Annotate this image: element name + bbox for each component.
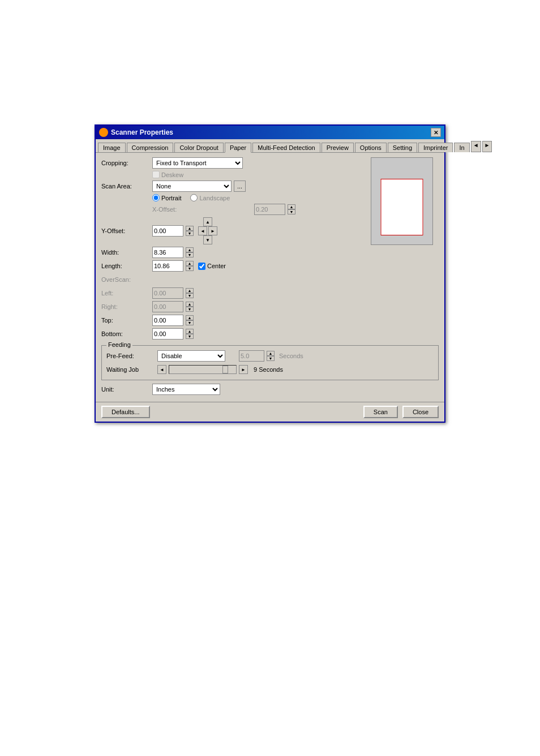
length-row: Length: ▲ ▼ Center [101, 260, 439, 272]
bottom-spin-down[interactable]: ▼ [186, 334, 194, 339]
tab-multifeed[interactable]: Multi-Feed Detection [252, 143, 320, 152]
scan-area-dots-button[interactable]: ... [234, 181, 246, 192]
bottom-label: Bottom: [101, 330, 152, 337]
slider-thumb[interactable] [222, 366, 228, 373]
tab-compression[interactable]: Compression [127, 143, 174, 152]
tab-color-dropout[interactable]: Color Dropout [174, 143, 223, 152]
tab-nav-right[interactable]: ► [482, 141, 492, 152]
center-checkbox[interactable] [198, 263, 205, 270]
length-spin-up[interactable]: ▲ [186, 261, 194, 266]
y-offset-spinner: ▲ ▼ [186, 226, 194, 236]
width-row: Width: ▲ ▼ [101, 247, 439, 258]
preview-inner [381, 179, 423, 235]
preview-area [371, 157, 433, 245]
overscan-label: OverScan: [101, 276, 152, 283]
left-input-group: ▲ ▼ [152, 287, 194, 299]
tab-options[interactable]: Options [355, 143, 387, 152]
prefeed-seconds-input [239, 350, 264, 362]
x-offset-input-group: ▲ ▼ [254, 204, 295, 215]
length-input[interactable] [152, 260, 183, 272]
tab-nav-left[interactable]: ◄ [471, 141, 481, 152]
scan-area-select[interactable]: None [152, 181, 232, 192]
top-spin-down[interactable]: ▼ [186, 320, 194, 325]
defaults-button[interactable]: Defaults... [101, 406, 150, 418]
bottom-spin-up[interactable]: ▲ [186, 329, 194, 334]
top-spin-up[interactable]: ▲ [186, 315, 194, 320]
tab-in[interactable]: In [454, 143, 469, 152]
deskew-label: Deskew [161, 171, 183, 178]
prefeed-select[interactable]: Disable [157, 350, 225, 362]
pos-right-btn[interactable]: ► [208, 226, 217, 235]
landscape-radio-item: Landscape [190, 194, 230, 201]
prefeed-spin-up: ▲ [267, 351, 275, 356]
unit-select[interactable]: Inches [152, 384, 220, 395]
tab-imprinter[interactable]: Imprinter [418, 143, 453, 152]
prefeed-input-group: Disable ▲ ▼ Seconds [157, 350, 303, 362]
right-row: Right: ▲ ▼ [101, 301, 439, 312]
x-offset-input-wrapper: ▲ ▼ [254, 204, 295, 215]
tab-paper[interactable]: Paper [225, 143, 251, 153]
cropping-select[interactable]: Fixed to Transport [152, 157, 243, 169]
close-button[interactable]: Close [402, 406, 439, 418]
portrait-label: Portrait [161, 195, 181, 201]
left-spinner: ▲ ▼ [186, 288, 194, 298]
pos-down-btn[interactable]: ▼ [203, 235, 212, 244]
bottom-bar: Defaults... Scan Close [96, 402, 444, 422]
pos-up-btn[interactable]: ▲ [203, 217, 212, 226]
landscape-radio[interactable] [190, 194, 198, 201]
pos-lr-row: ◄ ► [198, 226, 217, 235]
right-label: Right: [101, 303, 152, 310]
tab-image[interactable]: Image [98, 143, 126, 152]
deskew-checkbox-item: Deskew [152, 171, 183, 178]
x-offset-label: X-Offset: [101, 206, 203, 213]
window-title: Scanner Properties [111, 128, 173, 136]
app-icon [99, 128, 108, 137]
width-input-group: ▲ ▼ [152, 247, 194, 258]
slider-right-btn[interactable]: ► [239, 365, 248, 374]
y-offset-spin-up[interactable]: ▲ [186, 226, 194, 231]
right-input [152, 301, 183, 312]
slider-track[interactable] [169, 365, 237, 374]
deskew-checkbox[interactable] [152, 171, 160, 178]
top-input[interactable] [152, 315, 183, 326]
width-spin-up[interactable]: ▲ [186, 247, 194, 252]
overscan-row: OverScan: [101, 274, 439, 285]
center-label: Center [207, 263, 226, 269]
title-bar: Scanner Properties ✕ [96, 126, 444, 139]
right-spinner: ▲ ▼ [186, 302, 194, 312]
right-spin-up: ▲ [186, 302, 194, 307]
action-buttons: Scan Close [363, 406, 439, 418]
prefeed-spin-down: ▼ [267, 356, 275, 361]
left-row: Left: ▲ ▼ [101, 287, 439, 299]
scan-area-input-group: None ... [152, 181, 246, 192]
left-spin-up: ▲ [186, 288, 194, 293]
waiting-slider-group: ◄ ► 9 Seconds [157, 365, 283, 374]
bottom-input-group: ▲ ▼ [152, 328, 194, 340]
pos-left-btn[interactable]: ◄ [198, 226, 207, 235]
y-offset-input[interactable] [152, 225, 183, 237]
scan-button[interactable]: Scan [363, 406, 398, 418]
slider-left-btn[interactable]: ◄ [157, 365, 166, 374]
tab-preview[interactable]: Preview [322, 143, 354, 152]
portrait-radio[interactable] [152, 194, 160, 201]
scanner-properties-window: Scanner Properties ✕ Image Compression C… [95, 124, 445, 423]
y-offset-label: Y-Offset: [101, 227, 152, 234]
prefeed-seconds-label: Seconds [279, 353, 303, 359]
bottom-input[interactable] [152, 328, 183, 340]
portrait-radio-item: Portrait [152, 194, 181, 201]
scan-area-label: Scan Area: [101, 183, 152, 190]
prefeed-spinner: ▲ ▼ [267, 351, 275, 361]
tab-setting[interactable]: Setting [388, 143, 417, 152]
left-input [152, 287, 183, 299]
y-offset-input-group: ▲ ▼ ▲ ◄ ► ▼ [152, 217, 217, 244]
close-window-button[interactable]: ✕ [431, 128, 441, 137]
position-control: ▲ ◄ ► ▼ [198, 217, 217, 244]
width-spin-down[interactable]: ▼ [186, 252, 194, 257]
x-offset-spin-down[interactable]: ▼ [288, 209, 295, 214]
width-input[interactable] [152, 247, 183, 258]
top-spinner: ▲ ▼ [186, 315, 194, 325]
landscape-label: Landscape [199, 195, 230, 201]
x-offset-spin-up[interactable]: ▲ [288, 204, 295, 209]
y-offset-spin-down[interactable]: ▼ [186, 231, 194, 236]
length-spin-down[interactable]: ▼ [186, 266, 194, 271]
